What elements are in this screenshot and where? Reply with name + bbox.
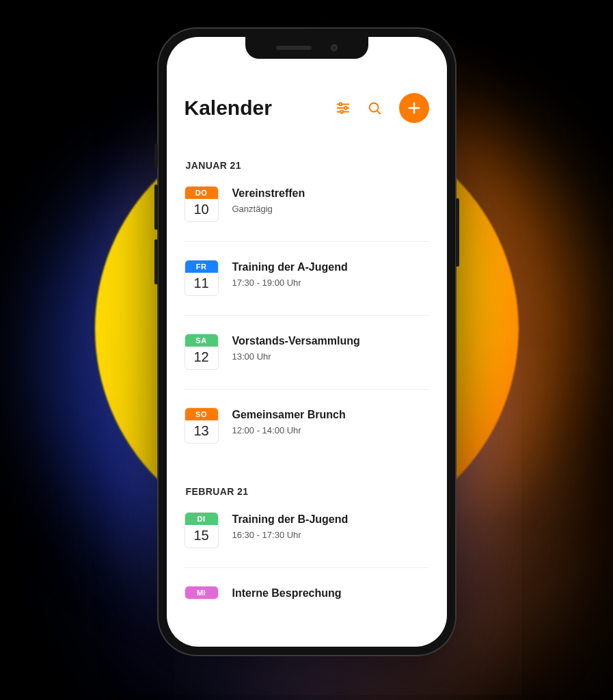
event-row[interactable]: SA12Vorstands-Versammlung13:00 Uhr [185, 334, 429, 390]
svg-point-5 [340, 110, 343, 113]
event-body: Vorstands-Versammlung13:00 Uhr [232, 334, 360, 362]
date-day: 13 [185, 420, 218, 443]
date-badge: MI [185, 586, 219, 600]
phone-screen: Kalender [167, 37, 447, 647]
filter-button[interactable] [333, 98, 353, 118]
phone-frame: Kalender [157, 27, 457, 656]
event-title: Gemeinsamer Brunch [232, 409, 346, 421]
event-title: Vorstands-Versammlung [232, 335, 360, 347]
month-section: JANUAR 21DO10VereinstreffenGanztägigFR11… [185, 160, 429, 463]
date-weekday: FR [185, 260, 218, 273]
month-label: FEBRUAR 21 [186, 486, 429, 497]
event-body: Training der A-Jugend17:30 - 19:00 Uhr [232, 260, 348, 288]
date-weekday: SA [185, 334, 218, 347]
date-badge: SA12 [185, 334, 219, 370]
header: Kalender [185, 93, 429, 123]
event-body: Gemeinsamer Brunch12:00 - 14:00 Uhr [232, 407, 346, 435]
month-section: FEBRUAR 21DI15Training der B-Jugend16:30… [185, 486, 429, 623]
date-day: 12 [185, 347, 218, 369]
event-time: 16:30 - 17:30 Uhr [232, 530, 349, 540]
phone-side-button [154, 185, 158, 230]
event-title: Training der A-Jugend [232, 261, 348, 273]
event-row[interactable]: SO13Gemeinsamer Brunch12:00 - 14:00 Uhr [185, 407, 429, 463]
date-badge: FR11 [185, 260, 219, 296]
plus-icon [407, 100, 422, 116]
date-badge: DI15 [185, 512, 219, 548]
phone-side-button [154, 239, 158, 284]
date-weekday: DI [185, 513, 218, 525]
event-title: Training der B-Jugend [232, 513, 349, 526]
date-badge: SO13 [185, 407, 219, 444]
phone-camera [331, 44, 338, 51]
event-title: Interne Besprechung [232, 587, 342, 600]
date-day: 10 [185, 199, 218, 221]
svg-line-7 [377, 111, 379, 113]
date-day: 15 [185, 525, 218, 548]
month-label: JANUAR 21 [186, 160, 429, 171]
date-weekday: SO [185, 408, 218, 420]
search-icon [367, 100, 382, 116]
event-body: Interne Besprechung [232, 586, 342, 604]
phone-side-button [456, 198, 459, 267]
phone-side-button [154, 144, 158, 168]
search-button[interactable] [365, 98, 384, 118]
date-weekday: DO [185, 187, 218, 199]
event-row[interactable]: DO10VereinstreffenGanztägig [185, 186, 429, 242]
event-body: VereinstreffenGanztägig [232, 186, 305, 214]
phone-speaker [276, 46, 312, 50]
sliders-icon [336, 100, 351, 116]
page-title: Kalender [185, 96, 321, 120]
event-title: Vereinstreffen [232, 187, 305, 200]
add-button[interactable] [399, 93, 429, 123]
event-time: 13:00 Uhr [232, 351, 360, 362]
app-content: Kalender [167, 37, 447, 647]
event-body: Training der B-Jugend16:30 - 17:30 Uhr [232, 512, 349, 540]
phone-notch [245, 37, 368, 59]
event-time: 17:30 - 19:00 Uhr [232, 278, 348, 288]
event-list[interactable]: JANUAR 21DO10VereinstreffenGanztägigFR11… [185, 160, 429, 623]
event-row[interactable]: DI15Training der B-Jugend16:30 - 17:30 U… [185, 512, 429, 568]
svg-point-3 [339, 103, 342, 105]
date-weekday: MI [185, 587, 218, 599]
svg-point-4 [344, 107, 346, 109]
event-time: Ganztägig [232, 204, 305, 214]
date-day: 11 [185, 273, 218, 295]
event-row[interactable]: FR11Training der A-Jugend17:30 - 19:00 U… [185, 260, 429, 316]
event-time: 12:00 - 14:00 Uhr [232, 425, 346, 435]
date-badge: DO10 [185, 186, 219, 222]
event-row[interactable]: MIInterne Besprechung [185, 586, 429, 623]
